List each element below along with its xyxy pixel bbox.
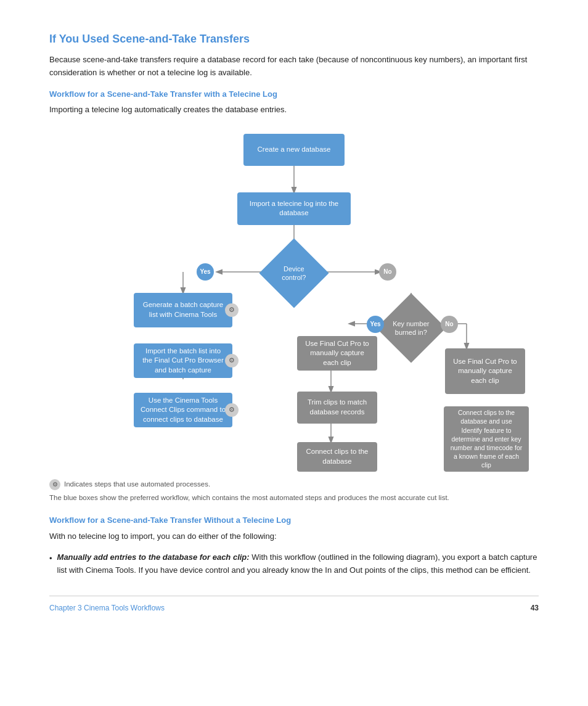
no2-label: No bbox=[445, 319, 453, 329]
footer-left: Chapter 3 Cinema Tools Workflows bbox=[49, 602, 165, 614]
subsection2-body: With no telecine log to import, you can … bbox=[49, 530, 539, 543]
flowchart-wrapper: Create a new database Import a telecine … bbox=[49, 128, 539, 473]
box8-label: Trim clips to match database records bbox=[303, 398, 371, 417]
no2-circle: No bbox=[441, 316, 458, 333]
yes2-circle: Yes bbox=[367, 316, 384, 333]
box3-label: Generate a batch capture list with Cinem… bbox=[140, 300, 226, 319]
yes1-label: Yes bbox=[200, 267, 210, 276]
box-import-batch: Import the batch list into the Final Cut… bbox=[134, 343, 232, 378]
diamond-key-number: Key number burned in? bbox=[386, 303, 436, 353]
footer: Chapter 3 Cinema Tools Workflows 43 bbox=[49, 596, 539, 614]
box-connect-clips-cmd: Use the Cinema Tools Connect Clips comma… bbox=[134, 393, 232, 427]
bullet-dot: • bbox=[49, 552, 52, 577]
gear-icon-3: ⚙ bbox=[225, 403, 239, 417]
legend-text: Indicates steps that use automated proce… bbox=[64, 479, 210, 490]
box1-label: Create a new database bbox=[258, 145, 331, 155]
box-create-database: Create a new database bbox=[243, 134, 345, 166]
page: If You Used Scene-and-Take Transfers Bec… bbox=[0, 0, 588, 644]
box-batch-capture: Generate a batch capture list with Cinem… bbox=[134, 293, 232, 327]
bullet-section: • Manually add entries to the database f… bbox=[49, 551, 539, 577]
footer-page-number: 43 bbox=[531, 602, 539, 614]
intro-body: Because scene-and-take transfers require… bbox=[49, 54, 539, 80]
box-trim-clips: Trim clips to match database records bbox=[297, 392, 377, 424]
bullet-item-1: • Manually add entries to the database f… bbox=[49, 551, 539, 577]
no1-circle: No bbox=[379, 263, 396, 281]
no1-label: No bbox=[383, 267, 391, 276]
legend-icon: ⚙ bbox=[49, 479, 60, 490]
subsection1-title: Workflow for a Scene-and-Take Transfer w… bbox=[49, 88, 539, 101]
legend-row1: ⚙ Indicates steps that use automated pro… bbox=[49, 479, 539, 490]
box9-label: Connect clips to the database bbox=[303, 447, 371, 466]
legend-text2: The blue boxes show the preferred workfl… bbox=[49, 493, 539, 503]
box6-label: Use Final Cut Pro to manually capture ea… bbox=[303, 339, 371, 368]
box10-label: Connect clips to the database and use Id… bbox=[450, 408, 523, 469]
box7-label: Use Final Cut Pro to manually capture ea… bbox=[451, 357, 519, 386]
diamond2-label: Key number burned in? bbox=[390, 319, 433, 337]
yes2-label: Yes bbox=[370, 319, 380, 329]
box-connect-identify: Connect clips to the database and use Id… bbox=[444, 406, 529, 472]
section-title: If You Used Scene-and-Take Transfers bbox=[49, 31, 539, 47]
diamond1-label: Device control? bbox=[272, 265, 316, 282]
box-import-telecine: Import a telecine log into the database bbox=[237, 192, 351, 225]
flowchart: Create a new database Import a telecine … bbox=[103, 128, 485, 473]
box-connect-database: Connect clips to the database bbox=[297, 442, 377, 472]
box4-label: Import the batch list into the Final Cut… bbox=[140, 347, 226, 376]
gear-icon-2: ⚙ bbox=[225, 354, 239, 367]
yes1-circle: Yes bbox=[197, 263, 214, 281]
diamond-device-control: Device control? bbox=[269, 248, 319, 298]
box-fcp-manual-no: Use Final Cut Pro to manually capture ea… bbox=[445, 348, 525, 394]
bullet-text: Manually add entries to the database for… bbox=[57, 551, 539, 577]
subsection1-body: Importing a telecine log automatically c… bbox=[49, 104, 539, 117]
box-fcp-manual-yes: Use Final Cut Pro to manually capture ea… bbox=[297, 336, 377, 371]
bullet1-italic: Manually add entries to the database for… bbox=[57, 552, 250, 562]
box2-label: Import a telecine log into the database bbox=[243, 199, 345, 218]
box5-label: Use the Cinema Tools Connect Clips comma… bbox=[140, 396, 226, 425]
gear-icon-1: ⚙ bbox=[225, 303, 239, 317]
subsection2-title: Workflow for a Scene-and-Take Transfer W… bbox=[49, 514, 539, 527]
